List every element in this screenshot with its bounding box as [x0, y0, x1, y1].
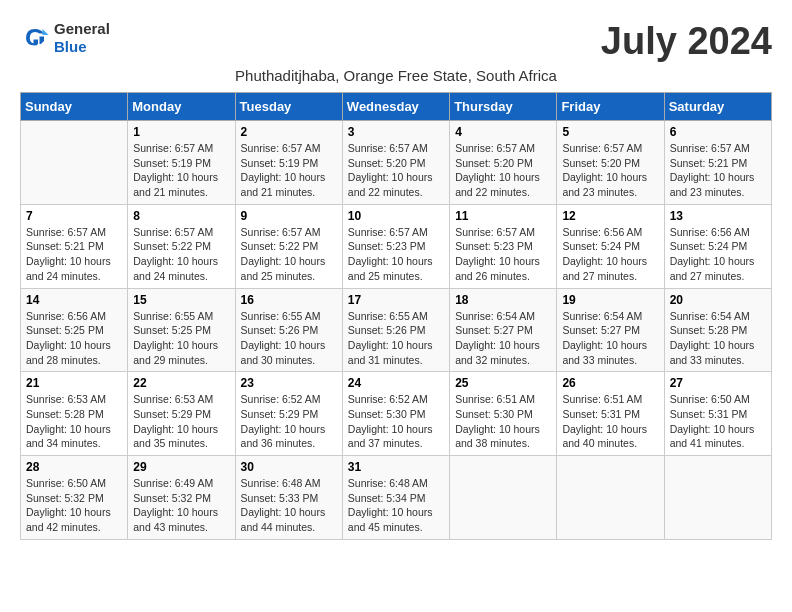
- day-number: 26: [562, 376, 658, 390]
- day-info: Sunrise: 6:54 AMSunset: 5:27 PMDaylight:…: [562, 310, 647, 366]
- day-number: 8: [133, 209, 229, 223]
- calendar-cell: 7Sunrise: 6:57 AMSunset: 5:21 PMDaylight…: [21, 204, 128, 288]
- day-info: Sunrise: 6:51 AMSunset: 5:30 PMDaylight:…: [455, 393, 540, 449]
- col-header-wednesday: Wednesday: [342, 93, 449, 121]
- calendar-cell: 20Sunrise: 6:54 AMSunset: 5:28 PMDayligh…: [664, 288, 771, 372]
- day-number: 25: [455, 376, 551, 390]
- day-info: Sunrise: 6:57 AMSunset: 5:20 PMDaylight:…: [455, 142, 540, 198]
- day-number: 20: [670, 293, 766, 307]
- day-info: Sunrise: 6:52 AMSunset: 5:29 PMDaylight:…: [241, 393, 326, 449]
- calendar-cell: 30Sunrise: 6:48 AMSunset: 5:33 PMDayligh…: [235, 456, 342, 540]
- calendar-cell: 26Sunrise: 6:51 AMSunset: 5:31 PMDayligh…: [557, 372, 664, 456]
- logo-icon: [20, 23, 50, 53]
- day-info: Sunrise: 6:52 AMSunset: 5:30 PMDaylight:…: [348, 393, 433, 449]
- calendar-cell: 1Sunrise: 6:57 AMSunset: 5:19 PMDaylight…: [128, 121, 235, 205]
- day-number: 18: [455, 293, 551, 307]
- day-info: Sunrise: 6:57 AMSunset: 5:19 PMDaylight:…: [133, 142, 218, 198]
- calendar-cell: 18Sunrise: 6:54 AMSunset: 5:27 PMDayligh…: [450, 288, 557, 372]
- calendar-cell: 21Sunrise: 6:53 AMSunset: 5:28 PMDayligh…: [21, 372, 128, 456]
- calendar-week-3: 14Sunrise: 6:56 AMSunset: 5:25 PMDayligh…: [21, 288, 772, 372]
- day-number: 29: [133, 460, 229, 474]
- day-number: 5: [562, 125, 658, 139]
- day-info: Sunrise: 6:51 AMSunset: 5:31 PMDaylight:…: [562, 393, 647, 449]
- day-info: Sunrise: 6:49 AMSunset: 5:32 PMDaylight:…: [133, 477, 218, 533]
- day-number: 12: [562, 209, 658, 223]
- page-subtitle: Phuthaditjhaba, Orange Free State, South…: [20, 67, 772, 84]
- col-header-thursday: Thursday: [450, 93, 557, 121]
- day-info: Sunrise: 6:57 AMSunset: 5:23 PMDaylight:…: [348, 226, 433, 282]
- calendar-cell: 13Sunrise: 6:56 AMSunset: 5:24 PMDayligh…: [664, 204, 771, 288]
- day-info: Sunrise: 6:48 AMSunset: 5:33 PMDaylight:…: [241, 477, 326, 533]
- calendar-week-1: 1Sunrise: 6:57 AMSunset: 5:19 PMDaylight…: [21, 121, 772, 205]
- col-header-monday: Monday: [128, 93, 235, 121]
- day-number: 4: [455, 125, 551, 139]
- calendar-cell: 8Sunrise: 6:57 AMSunset: 5:22 PMDaylight…: [128, 204, 235, 288]
- calendar-cell: [21, 121, 128, 205]
- calendar-header-row: SundayMondayTuesdayWednesdayThursdayFrid…: [21, 93, 772, 121]
- page-header: General Blue July 2024: [20, 20, 772, 63]
- day-number: 23: [241, 376, 337, 390]
- calendar-week-5: 28Sunrise: 6:50 AMSunset: 5:32 PMDayligh…: [21, 456, 772, 540]
- day-info: Sunrise: 6:57 AMSunset: 5:22 PMDaylight:…: [241, 226, 326, 282]
- col-header-friday: Friday: [557, 93, 664, 121]
- calendar-cell: [450, 456, 557, 540]
- calendar-cell: 29Sunrise: 6:49 AMSunset: 5:32 PMDayligh…: [128, 456, 235, 540]
- day-number: 24: [348, 376, 444, 390]
- day-info: Sunrise: 6:53 AMSunset: 5:28 PMDaylight:…: [26, 393, 111, 449]
- calendar-cell: 15Sunrise: 6:55 AMSunset: 5:25 PMDayligh…: [128, 288, 235, 372]
- day-info: Sunrise: 6:56 AMSunset: 5:24 PMDaylight:…: [562, 226, 647, 282]
- logo-text-general: General: [54, 20, 110, 37]
- day-info: Sunrise: 6:50 AMSunset: 5:31 PMDaylight:…: [670, 393, 755, 449]
- day-info: Sunrise: 6:57 AMSunset: 5:21 PMDaylight:…: [670, 142, 755, 198]
- calendar-cell: 22Sunrise: 6:53 AMSunset: 5:29 PMDayligh…: [128, 372, 235, 456]
- calendar-week-2: 7Sunrise: 6:57 AMSunset: 5:21 PMDaylight…: [21, 204, 772, 288]
- day-number: 16: [241, 293, 337, 307]
- calendar-cell: 19Sunrise: 6:54 AMSunset: 5:27 PMDayligh…: [557, 288, 664, 372]
- calendar-cell: 31Sunrise: 6:48 AMSunset: 5:34 PMDayligh…: [342, 456, 449, 540]
- calendar-cell: 5Sunrise: 6:57 AMSunset: 5:20 PMDaylight…: [557, 121, 664, 205]
- day-info: Sunrise: 6:48 AMSunset: 5:34 PMDaylight:…: [348, 477, 433, 533]
- day-info: Sunrise: 6:50 AMSunset: 5:32 PMDaylight:…: [26, 477, 111, 533]
- day-number: 11: [455, 209, 551, 223]
- day-info: Sunrise: 6:55 AMSunset: 5:25 PMDaylight:…: [133, 310, 218, 366]
- calendar-cell: 14Sunrise: 6:56 AMSunset: 5:25 PMDayligh…: [21, 288, 128, 372]
- day-number: 31: [348, 460, 444, 474]
- day-number: 15: [133, 293, 229, 307]
- day-number: 6: [670, 125, 766, 139]
- calendar-cell: 24Sunrise: 6:52 AMSunset: 5:30 PMDayligh…: [342, 372, 449, 456]
- day-info: Sunrise: 6:57 AMSunset: 5:23 PMDaylight:…: [455, 226, 540, 282]
- day-number: 10: [348, 209, 444, 223]
- day-number: 27: [670, 376, 766, 390]
- day-info: Sunrise: 6:55 AMSunset: 5:26 PMDaylight:…: [348, 310, 433, 366]
- calendar-cell: [664, 456, 771, 540]
- calendar-table: SundayMondayTuesdayWednesdayThursdayFrid…: [20, 92, 772, 540]
- col-header-sunday: Sunday: [21, 93, 128, 121]
- day-number: 28: [26, 460, 122, 474]
- calendar-cell: 6Sunrise: 6:57 AMSunset: 5:21 PMDaylight…: [664, 121, 771, 205]
- calendar-cell: 25Sunrise: 6:51 AMSunset: 5:30 PMDayligh…: [450, 372, 557, 456]
- svg-rect-0: [20, 23, 50, 53]
- day-info: Sunrise: 6:53 AMSunset: 5:29 PMDaylight:…: [133, 393, 218, 449]
- day-number: 19: [562, 293, 658, 307]
- day-number: 17: [348, 293, 444, 307]
- day-number: 13: [670, 209, 766, 223]
- logo-text-blue: Blue: [54, 38, 87, 55]
- day-info: Sunrise: 6:57 AMSunset: 5:21 PMDaylight:…: [26, 226, 111, 282]
- day-info: Sunrise: 6:57 AMSunset: 5:20 PMDaylight:…: [348, 142, 433, 198]
- day-number: 30: [241, 460, 337, 474]
- calendar-cell: 3Sunrise: 6:57 AMSunset: 5:20 PMDaylight…: [342, 121, 449, 205]
- calendar-cell: 9Sunrise: 6:57 AMSunset: 5:22 PMDaylight…: [235, 204, 342, 288]
- calendar-cell: 27Sunrise: 6:50 AMSunset: 5:31 PMDayligh…: [664, 372, 771, 456]
- day-info: Sunrise: 6:57 AMSunset: 5:22 PMDaylight:…: [133, 226, 218, 282]
- day-info: Sunrise: 6:57 AMSunset: 5:20 PMDaylight:…: [562, 142, 647, 198]
- calendar-cell: 28Sunrise: 6:50 AMSunset: 5:32 PMDayligh…: [21, 456, 128, 540]
- calendar-cell: 4Sunrise: 6:57 AMSunset: 5:20 PMDaylight…: [450, 121, 557, 205]
- day-number: 22: [133, 376, 229, 390]
- col-header-saturday: Saturday: [664, 93, 771, 121]
- calendar-cell: 10Sunrise: 6:57 AMSunset: 5:23 PMDayligh…: [342, 204, 449, 288]
- day-info: Sunrise: 6:55 AMSunset: 5:26 PMDaylight:…: [241, 310, 326, 366]
- day-info: Sunrise: 6:56 AMSunset: 5:25 PMDaylight:…: [26, 310, 111, 366]
- day-info: Sunrise: 6:56 AMSunset: 5:24 PMDaylight:…: [670, 226, 755, 282]
- day-number: 2: [241, 125, 337, 139]
- day-number: 14: [26, 293, 122, 307]
